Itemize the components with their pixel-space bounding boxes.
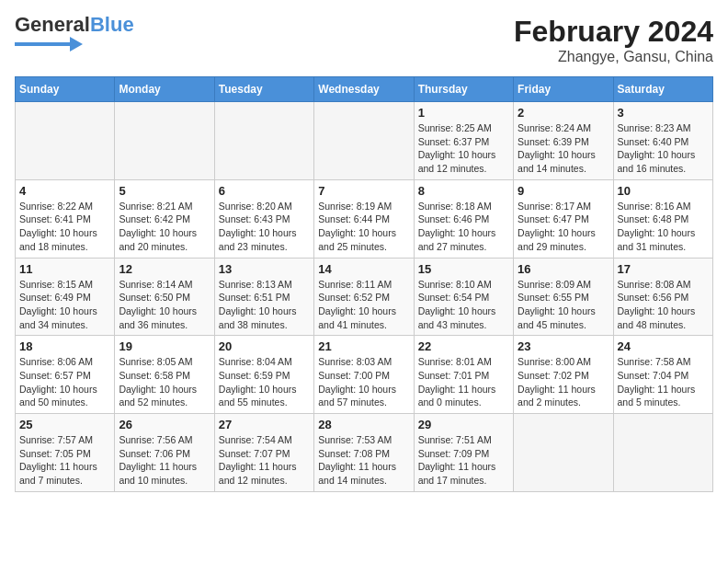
day-info: Sunrise: 8:24 AMSunset: 6:39 PMDaylight:…: [518, 121, 609, 176]
calendar-cell: 2Sunrise: 8:24 AMSunset: 6:39 PMDaylight…: [514, 102, 613, 180]
day-info: Sunrise: 8:01 AMSunset: 7:01 PMDaylight:…: [418, 355, 509, 409]
weekday-header-thursday: Thursday: [414, 77, 513, 102]
week-row-5: 25Sunrise: 7:57 AMSunset: 7:05 PMDayligh…: [16, 414, 713, 492]
day-number: 18: [19, 339, 110, 353]
title-block: February 2024 Zhangye, Gansu, China: [514, 15, 713, 65]
calendar-cell: 18Sunrise: 8:06 AMSunset: 6:57 PMDayligh…: [16, 336, 115, 414]
week-row-1: 1Sunrise: 8:25 AMSunset: 6:37 PMDaylight…: [16, 102, 713, 180]
weekday-header-friday: Friday: [514, 77, 613, 102]
day-number: 15: [418, 262, 509, 276]
page-subtitle: Zhangye, Gansu, China: [514, 49, 713, 65]
calendar-cell: 9Sunrise: 8:17 AMSunset: 6:47 PMDaylight…: [514, 179, 613, 258]
week-row-4: 18Sunrise: 8:06 AMSunset: 6:57 PMDayligh…: [16, 336, 713, 414]
day-info: Sunrise: 8:04 AMSunset: 6:59 PMDaylight:…: [219, 355, 310, 409]
day-number: 29: [418, 418, 509, 431]
day-number: 1: [418, 106, 509, 120]
logo-general: General: [15, 13, 90, 36]
day-info: Sunrise: 8:03 AMSunset: 7:00 PMDaylight:…: [318, 355, 409, 409]
day-info: Sunrise: 8:23 AMSunset: 6:40 PMDaylight:…: [618, 121, 709, 176]
day-info: Sunrise: 8:22 AMSunset: 6:41 PMDaylight:…: [19, 200, 110, 254]
day-number: 12: [119, 262, 210, 276]
day-info: Sunrise: 8:21 AMSunset: 6:42 PMDaylight:…: [119, 200, 210, 254]
calendar-cell: 7Sunrise: 8:19 AMSunset: 6:44 PMDaylight…: [314, 179, 414, 258]
day-info: Sunrise: 7:57 AMSunset: 7:05 PMDaylight:…: [19, 433, 110, 488]
weekday-header-tuesday: Tuesday: [214, 77, 313, 102]
week-row-3: 11Sunrise: 8:15 AMSunset: 6:49 PMDayligh…: [16, 258, 713, 336]
calendar-cell: [314, 102, 414, 180]
day-number: 10: [618, 184, 709, 198]
weekday-header-wednesday: Wednesday: [314, 77, 414, 102]
logo: GeneralBlue: [15, 15, 134, 52]
day-info: Sunrise: 7:58 AMSunset: 7:04 PMDaylight:…: [618, 355, 709, 409]
day-number: 19: [119, 339, 210, 353]
calendar-cell: 28Sunrise: 7:53 AMSunset: 7:08 PMDayligh…: [314, 414, 414, 492]
logo-blue: Blue: [90, 13, 134, 36]
day-info: Sunrise: 8:00 AMSunset: 7:02 PMDaylight:…: [518, 355, 609, 409]
calendar-cell: [214, 102, 313, 180]
day-info: Sunrise: 8:17 AMSunset: 6:47 PMDaylight:…: [518, 200, 609, 254]
day-info: Sunrise: 8:16 AMSunset: 6:48 PMDaylight:…: [618, 200, 709, 254]
weekday-header-saturday: Saturday: [613, 77, 712, 102]
day-info: Sunrise: 8:11 AMSunset: 6:52 PMDaylight:…: [318, 278, 409, 332]
calendar-cell: 19Sunrise: 8:05 AMSunset: 6:58 PMDayligh…: [115, 336, 214, 414]
day-number: 7: [318, 184, 409, 198]
day-number: 16: [518, 262, 609, 276]
calendar-cell: 5Sunrise: 8:21 AMSunset: 6:42 PMDaylight…: [115, 179, 214, 258]
day-info: Sunrise: 8:19 AMSunset: 6:44 PMDaylight:…: [318, 200, 409, 254]
calendar-cell: [514, 414, 613, 492]
week-row-2: 4Sunrise: 8:22 AMSunset: 6:41 PMDaylight…: [16, 179, 713, 258]
day-number: 3: [618, 106, 709, 120]
calendar-cell: [613, 414, 712, 492]
calendar-cell: 24Sunrise: 7:58 AMSunset: 7:04 PMDayligh…: [613, 336, 712, 414]
weekday-header-sunday: Sunday: [16, 77, 115, 102]
day-number: 23: [518, 339, 609, 353]
calendar-cell: [16, 102, 115, 180]
day-number: 8: [418, 184, 509, 198]
calendar-cell: 22Sunrise: 8:01 AMSunset: 7:01 PMDayligh…: [414, 336, 513, 414]
day-info: Sunrise: 8:05 AMSunset: 6:58 PMDaylight:…: [119, 355, 210, 409]
calendar-cell: 29Sunrise: 7:51 AMSunset: 7:09 PMDayligh…: [414, 414, 513, 492]
day-number: 14: [318, 262, 409, 276]
day-number: 5: [119, 184, 210, 198]
calendar-table: SundayMondayTuesdayWednesdayThursdayFrid…: [15, 76, 713, 492]
day-number: 6: [219, 184, 310, 198]
calendar-cell: 11Sunrise: 8:15 AMSunset: 6:49 PMDayligh…: [16, 258, 115, 336]
calendar-cell: [115, 102, 214, 180]
day-info: Sunrise: 8:20 AMSunset: 6:43 PMDaylight:…: [219, 200, 310, 254]
calendar-cell: 13Sunrise: 8:13 AMSunset: 6:51 PMDayligh…: [214, 258, 313, 336]
calendar-cell: 27Sunrise: 7:54 AMSunset: 7:07 PMDayligh…: [214, 414, 313, 492]
calendar-cell: 1Sunrise: 8:25 AMSunset: 6:37 PMDaylight…: [414, 102, 513, 180]
day-info: Sunrise: 8:13 AMSunset: 6:51 PMDaylight:…: [219, 278, 310, 332]
weekday-header-row: SundayMondayTuesdayWednesdayThursdayFrid…: [16, 77, 713, 102]
calendar-cell: 21Sunrise: 8:03 AMSunset: 7:00 PMDayligh…: [314, 336, 414, 414]
day-info: Sunrise: 8:09 AMSunset: 6:55 PMDaylight:…: [518, 278, 609, 332]
day-info: Sunrise: 8:14 AMSunset: 6:50 PMDaylight:…: [119, 278, 210, 332]
calendar-cell: 3Sunrise: 8:23 AMSunset: 6:40 PMDaylight…: [613, 102, 712, 180]
calendar-cell: 20Sunrise: 8:04 AMSunset: 6:59 PMDayligh…: [214, 336, 313, 414]
calendar-cell: 15Sunrise: 8:10 AMSunset: 6:54 PMDayligh…: [414, 258, 513, 336]
day-info: Sunrise: 8:25 AMSunset: 6:37 PMDaylight:…: [418, 121, 509, 176]
day-number: 21: [318, 339, 409, 353]
calendar-cell: 6Sunrise: 8:20 AMSunset: 6:43 PMDaylight…: [214, 179, 313, 258]
weekday-header-monday: Monday: [115, 77, 214, 102]
day-number: 9: [518, 184, 609, 198]
day-number: 25: [19, 418, 110, 431]
day-info: Sunrise: 8:10 AMSunset: 6:54 PMDaylight:…: [418, 278, 509, 332]
day-number: 27: [219, 418, 310, 431]
calendar-cell: 14Sunrise: 8:11 AMSunset: 6:52 PMDayligh…: [314, 258, 414, 336]
day-info: Sunrise: 7:54 AMSunset: 7:07 PMDaylight:…: [219, 433, 310, 488]
calendar-cell: 23Sunrise: 8:00 AMSunset: 7:02 PMDayligh…: [514, 336, 613, 414]
page-title: February 2024: [514, 15, 713, 49]
day-info: Sunrise: 7:56 AMSunset: 7:06 PMDaylight:…: [119, 433, 210, 488]
day-number: 24: [618, 339, 709, 353]
day-info: Sunrise: 8:18 AMSunset: 6:46 PMDaylight:…: [418, 200, 509, 254]
page-header: GeneralBlue February 2024 Zhangye, Gansu…: [15, 15, 713, 65]
day-number: 28: [318, 418, 409, 431]
calendar-cell: 12Sunrise: 8:14 AMSunset: 6:50 PMDayligh…: [115, 258, 214, 336]
calendar-cell: 16Sunrise: 8:09 AMSunset: 6:55 PMDayligh…: [514, 258, 613, 336]
day-info: Sunrise: 8:08 AMSunset: 6:56 PMDaylight:…: [618, 278, 709, 332]
calendar-cell: 4Sunrise: 8:22 AMSunset: 6:41 PMDaylight…: [16, 179, 115, 258]
day-info: Sunrise: 7:51 AMSunset: 7:09 PMDaylight:…: [418, 433, 509, 488]
calendar-cell: 26Sunrise: 7:56 AMSunset: 7:06 PMDayligh…: [115, 414, 214, 492]
day-info: Sunrise: 8:06 AMSunset: 6:57 PMDaylight:…: [19, 355, 110, 409]
